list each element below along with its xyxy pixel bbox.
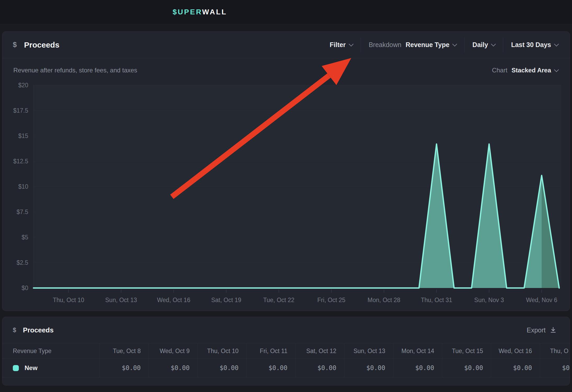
table-header-cell: Revenue Type [2,343,100,359]
logo-dollar-part: $UPER [173,8,202,16]
chevron-down-icon [554,67,559,72]
table-value-cell: $0.00 [295,359,344,377]
chart-type-dropdown[interactable]: Chart Stacked Area [492,67,558,74]
page: $UPERWALL $ Proceeds Filter Breakdown Re… [0,0,572,392]
series-name-label: New [25,364,37,372]
chevron-down-icon [349,42,353,46]
table-title: Proceeds [23,326,54,334]
date-range-value: Last 30 Days [511,41,551,49]
chart-type-label: Chart [492,67,507,74]
chevron-down-icon [491,42,496,46]
table-header-cell: Wed, Oct 16 [491,343,540,359]
chart-type-value: Stacked Area [512,67,551,74]
table-header-cell: Thu, O [540,343,570,359]
proceeds-chart-panel: $ Proceeds Filter Breakdown Revenue Type… [2,31,570,311]
table-header-cell: Thu, Oct 10 [197,343,246,359]
table-header-cell: Sun, Oct 13 [344,343,393,359]
chart-controls: Filter Breakdown Revenue Type Daily Last… [330,37,558,53]
filter-dropdown[interactable]: Filter [330,41,353,49]
table-header-cell: Mon, Oct 14 [393,343,442,359]
series-color-swatch [13,365,19,371]
dollar-icon: $ [13,327,16,334]
table-value-cell: $0.00 [491,359,540,377]
table-header-cell: Fri, Oct 11 [246,343,295,359]
table-header-cell: Wed, Oct 9 [149,343,197,359]
table-value-cell: $0.00 [197,359,246,377]
filter-label: Filter [330,41,346,49]
page-title: Proceeds [24,41,59,49]
table-panel-header: $ Proceeds Export [2,317,570,343]
interval-value: Daily [472,41,488,49]
chart-subtitle: Revenue after refunds, store fees, and t… [13,67,137,74]
divider [503,37,503,53]
divider [361,37,361,53]
table-value-cell: $0.00 [344,359,393,377]
divider [464,37,465,53]
breakdown-value: Revenue Type [406,41,450,49]
interval-dropdown[interactable]: Daily [472,41,495,49]
export-label: Export [527,326,546,334]
chart-panel-header: $ Proceeds Filter Breakdown Revenue Type… [2,32,570,58]
table-value-cell: $0 [540,359,570,377]
table-header-cell: Tue, Oct 15 [442,343,491,359]
export-button[interactable]: Export [527,326,557,334]
breakdown-dropdown[interactable]: Breakdown Revenue Type [369,41,457,49]
date-range-dropdown[interactable]: Last 30 Days [511,41,558,49]
table-value-cell: $0.00 [442,359,491,377]
chevron-down-icon [452,42,457,46]
table-value-cell: $0.00 [149,359,197,377]
dollar-icon: $ [13,41,17,49]
table-header-cell: Tue, Oct 8 [100,343,149,359]
top-bar: $UPERWALL [0,0,572,24]
download-icon [550,327,557,333]
proceeds-table-panel: $ Proceeds Export Revenue TypeTue, Oct 8… [2,317,570,385]
row-label-cell: New [2,359,100,377]
table-row: New$0.00$0.00$0.00$0.00$0.00$0.00$0.00$0… [2,359,570,377]
table-header-row: Revenue TypeTue, Oct 8Wed, Oct 9Thu, Oct… [2,343,570,359]
table-value-cell: $0.00 [246,359,295,377]
table-header-cell: Sat, Oct 12 [295,343,344,359]
table-value-cell: $0.00 [100,359,149,377]
chevron-down-icon [554,42,559,46]
table-value-cell: $0.00 [393,359,442,377]
chart-subheader: Revenue after refunds, store fees, and t… [2,67,570,74]
superwall-logo[interactable]: $UPERWALL [173,8,227,16]
logo-wall-part: WALL [202,8,227,16]
breakdown-label: Breakdown [369,41,401,49]
